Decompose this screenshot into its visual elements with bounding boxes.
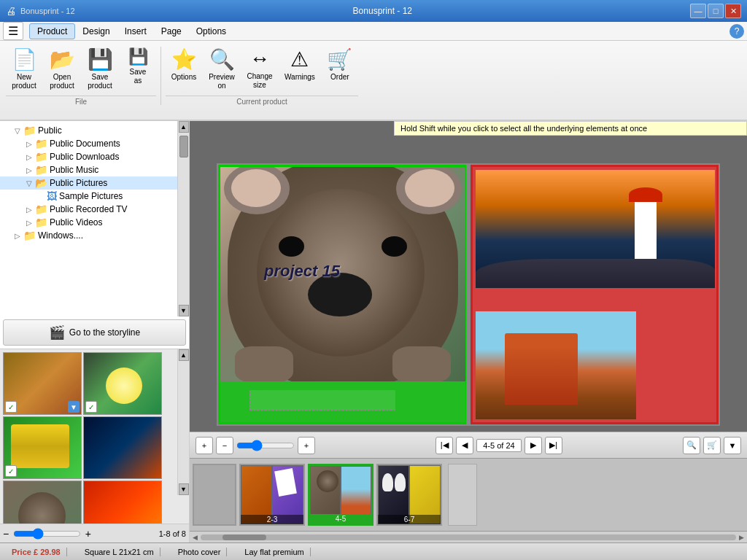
thumbnail-size-slider[interactable] (13, 528, 81, 540)
menu-down-button[interactable]: ▼ (724, 437, 741, 454)
toolbar-separator-1 (160, 47, 161, 105)
images-icon: 🖼 (47, 190, 57, 202)
maximize-button[interactable]: □ (708, 4, 724, 18)
thumbnail-item-3[interactable]: ✓ (3, 416, 82, 479)
thumb-arrow-1[interactable]: ▼ (68, 401, 80, 413)
minimize-button[interactable]: — (690, 4, 706, 18)
filmstrip: 2-3 4-5 (190, 458, 747, 531)
preview-button[interactable]: 🔍 Previewon (204, 44, 240, 94)
first-page-button[interactable]: |◀ (436, 437, 453, 454)
filmstrip-item-6-7[interactable]: 6-7 (376, 464, 442, 526)
menu-options[interactable]: Options (189, 24, 233, 39)
new-product-button[interactable]: 📄 Newproduct (6, 44, 42, 94)
change-size-icon: ↔ (249, 47, 270, 71)
tree-toggle[interactable]: ▽ (23, 177, 35, 189)
search-button[interactable]: 🔍 (683, 437, 700, 454)
save-product-label: Saveproduct (88, 73, 112, 90)
save-product-button[interactable]: 💾 Saveproduct (82, 44, 118, 94)
tree-toggle[interactable]: ▽ (12, 125, 23, 136)
scroll-thumb[interactable] (179, 136, 188, 158)
folder-icon: 📁 (35, 217, 47, 228)
binding-status: Lay flat premium (239, 548, 310, 556)
menu-insert[interactable]: Insert (117, 24, 154, 39)
thumb-check-1[interactable]: ✓ (5, 401, 17, 413)
tree-toggle[interactable]: ▷ (23, 203, 35, 215)
tree-item-public-documents[interactable]: ▷ 📁 Public Documents (0, 137, 177, 150)
tree-item-sample-pictures[interactable]: 🖼 Sample Pictures (0, 190, 177, 203)
folder-open-icon: 📂 (35, 177, 47, 189)
close-button[interactable]: ✕ (725, 4, 741, 18)
options-button[interactable]: ⭐ Options (166, 44, 202, 94)
tree-label-public-videos: Public Videos (50, 217, 103, 228)
thumb-check-2[interactable]: ✓ (85, 401, 97, 413)
thumbnail-item-5[interactable] (3, 481, 82, 524)
add-page-button[interactable]: + (196, 437, 213, 454)
tree-item-public-downloads[interactable]: ▷ 📁 Public Downloads (0, 150, 177, 163)
scroll-right-btn[interactable]: ▶ (739, 534, 744, 541)
app-menu-icon[interactable]: ☰ (3, 22, 23, 40)
scroll-up-button[interactable]: ▲ (179, 121, 189, 133)
order-button[interactable]: 🛒 Order (322, 44, 358, 94)
tree-toggle[interactable]: ▷ (23, 164, 35, 176)
tree-toggle[interactable]: ▷ (23, 151, 35, 163)
menu-page[interactable]: Page (154, 24, 189, 39)
help-button[interactable]: ? (729, 24, 744, 39)
zoom-slider[interactable] (236, 440, 295, 451)
scroll-thumb[interactable] (222, 534, 266, 540)
current-product-label: Current product (166, 96, 358, 106)
status-bar: Price £ 29.98 Square L 21x21 cm Photo co… (0, 542, 747, 560)
filmstrip-empty-1[interactable] (193, 464, 236, 526)
thumbnail-item-6[interactable] (83, 481, 162, 524)
new-product-icon: 📄 (12, 47, 37, 71)
thumb-check-3[interactable]: ✓ (5, 465, 17, 477)
cart-button[interactable]: 🛒 (703, 437, 721, 454)
thumbnail-count: 1-8 of 8 (159, 529, 186, 538)
filmstrip-item-4-5[interactable]: 4-5 (308, 464, 374, 526)
tree-item-public-music[interactable]: ▷ 📁 Public Music (0, 163, 177, 176)
text-box-placeholder[interactable] (249, 390, 395, 411)
filmstrip-scroll-track[interactable]: ◀ ▶ (190, 532, 747, 542)
last-page-button[interactable]: ▶| (545, 437, 562, 454)
tree-item-recorded-tv[interactable]: ▷ 📁 Public Recorded TV (0, 203, 177, 216)
tree-item-public-pictures[interactable]: ▽ 📂 Public Pictures (0, 176, 177, 190)
warnings-button[interactable]: ⚠ Warnings (279, 44, 320, 94)
page-canvas-container: project 15 (190, 121, 747, 432)
open-product-button[interactable]: 📂 Openproduct (44, 44, 80, 94)
save-as-button[interactable]: 💾 Saveas (120, 44, 156, 94)
thumbnail-item-1[interactable]: ✓ ▼ (3, 352, 82, 415)
thumb-scroll-down[interactable]: ▼ (179, 483, 189, 495)
menu-design[interactable]: Design (75, 24, 117, 39)
change-size-label: Changesize (247, 72, 272, 90)
film-label-4-5: 4-5 (310, 514, 371, 524)
tree-item-windows[interactable]: ▷ 📁 Windows.... (0, 229, 177, 242)
go-to-storyline-button[interactable]: 🎬 Go to the storyline (3, 319, 186, 346)
zoom-minus-icon[interactable]: − (3, 528, 9, 540)
storyline-icon: 🎬 (49, 324, 65, 341)
tree-toggle[interactable]: ▷ (23, 138, 35, 149)
main-area: ▽ 📁 Public ▷ 📁 Public Documents ▷ 📁 Publ… (0, 121, 747, 542)
scroll-down-button[interactable]: ▼ (179, 305, 189, 316)
tree-area: ▽ 📁 Public ▷ 📁 Public Documents ▷ 📁 Publ… (0, 121, 189, 316)
tree-item-public[interactable]: ▽ 📁 Public (0, 124, 177, 137)
tree-toggle[interactable]: ▷ (23, 217, 35, 228)
scroll-left-btn[interactable]: ◀ (193, 534, 198, 541)
right-page[interactable] (471, 165, 719, 424)
file-tree: ▽ 📁 Public ▷ 📁 Public Documents ▷ 📁 Publ… (0, 121, 177, 316)
tree-item-public-videos[interactable]: ▷ 📁 Public Videos (0, 216, 177, 229)
thumb-scroll-up[interactable]: ▲ (179, 349, 189, 361)
filmstrip-item-2-3[interactable]: 2-3 (239, 464, 305, 526)
next-page-button[interactable]: ▶ (525, 437, 542, 454)
thumbnail-item-2[interactable]: ✓ (83, 352, 162, 415)
zoom-in-button[interactable]: + (298, 437, 315, 454)
thumbnail-item-4[interactable] (83, 416, 162, 479)
menu-product[interactable]: Product (29, 23, 75, 39)
left-page[interactable]: project 15 (218, 165, 466, 424)
tree-label-windows: Windows.... (38, 230, 83, 241)
change-size-button[interactable]: ↔ Changesize (241, 44, 278, 94)
zoom-plus-icon[interactable]: + (85, 528, 91, 540)
tree-toggle[interactable]: ▷ (12, 230, 23, 241)
filmstrip-scrollbar: ◀ ▶ (190, 531, 747, 542)
zoom-out-button[interactable]: − (216, 437, 233, 454)
film-label-2-3: 2-3 (241, 515, 303, 524)
prev-page-button[interactable]: ◀ (456, 437, 473, 454)
